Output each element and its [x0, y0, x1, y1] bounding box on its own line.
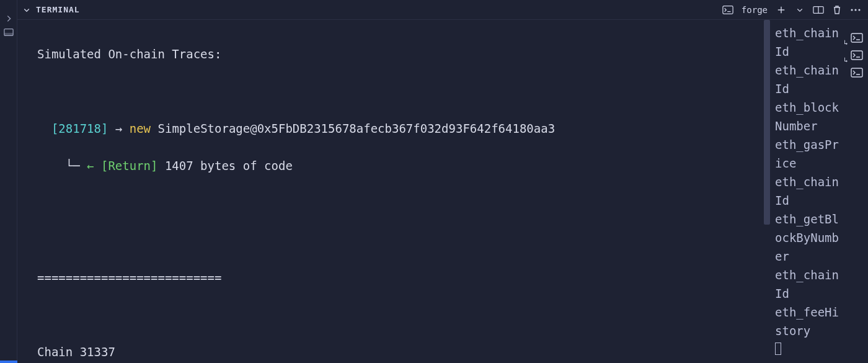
rpc-call: eth_gasPrice [775, 135, 843, 173]
left-gutter [0, 0, 17, 363]
terminal-icon[interactable]: ↳ [850, 32, 864, 43]
svg-rect-8 [851, 34, 862, 42]
terminal-profile-label[interactable]: forge [740, 5, 769, 15]
chevron-right-icon[interactable] [3, 14, 14, 24]
split-terminal-button[interactable] [812, 4, 825, 16]
secondary-terminal-output[interactable]: eth_chainId eth_chainId eth_blockNumber … [771, 20, 846, 363]
traces-header: Simulated On-chain Traces: [37, 47, 221, 61]
trace-target: SimpleStorage@0x5FbDB2315678afecb367f032… [151, 122, 555, 135]
secondary-terminal-cursor [775, 343, 781, 355]
rpc-call: eth_chainId [775, 24, 843, 61]
right-gutter: ↳ ↳ [846, 20, 868, 363]
rpc-call: eth_chainId [775, 61, 843, 98]
return-arrow: ← [87, 159, 101, 173]
terminal-output[interactable]: Simulated On-chain Traces: [281718] → ne… [17, 20, 763, 363]
chain-line: Chain 31337 [37, 345, 115, 359]
terminal-panel-header: TERMINAL forge [17, 0, 868, 20]
divider: ========================== [37, 271, 221, 284]
svg-rect-1 [4, 33, 12, 35]
terminal-scrollbar[interactable] [763, 20, 771, 363]
chevron-down-icon[interactable] [794, 4, 806, 16]
rpc-call: eth_blockNumber [775, 98, 843, 135]
status-bar-accent [0, 361, 17, 363]
return-prefix: └─ [37, 159, 87, 173]
trash-icon[interactable] [831, 4, 843, 16]
rpc-call: eth_chainId [775, 173, 843, 210]
layout-icon[interactable] [3, 27, 14, 37]
chevron-down-icon[interactable] [22, 6, 31, 14]
svg-point-5 [851, 9, 852, 11]
svg-point-7 [858, 9, 860, 11]
trace-new-keyword: new [130, 122, 151, 135]
svg-point-6 [854, 9, 856, 11]
rpc-call: eth_chainId [775, 266, 843, 303]
svg-rect-9 [851, 51, 862, 60]
trace-arrow: → [108, 122, 129, 135]
rpc-call: eth_getBlockByNumber [775, 210, 843, 266]
scrollbar-thumb[interactable] [764, 20, 770, 225]
return-tail: 1407 bytes of code [157, 159, 292, 173]
terminal-icon[interactable] [850, 67, 864, 78]
svg-rect-2 [723, 6, 733, 14]
return-label: [Return] [101, 159, 158, 173]
new-terminal-button[interactable] [775, 4, 787, 16]
panel-title: TERMINAL [36, 5, 80, 14]
terminal-profile-icon[interactable] [722, 4, 734, 16]
trace-gas: [281718] [51, 122, 108, 135]
svg-rect-10 [851, 68, 862, 77]
rpc-call: eth_feeHistory [775, 303, 843, 340]
terminal-icon[interactable]: ↳ [850, 50, 864, 61]
more-icon[interactable] [849, 4, 862, 16]
